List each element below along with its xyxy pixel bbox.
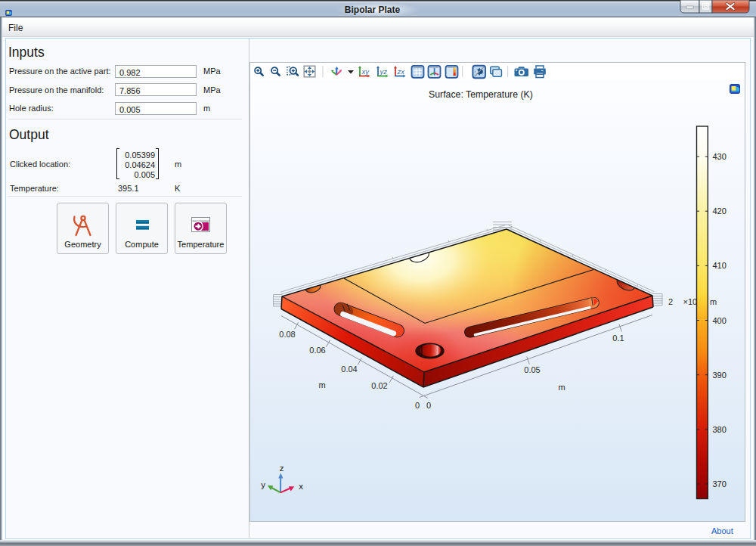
svg-text:x: x — [299, 482, 303, 491]
svg-text:420: 420 — [713, 206, 727, 216]
svg-text:m: m — [710, 297, 717, 306]
svg-text:0.02: 0.02 — [371, 381, 387, 390]
svg-text:×10: ×10 — [683, 297, 698, 306]
svg-text:z: z — [280, 464, 284, 473]
svg-text:zx: zx — [397, 67, 406, 76]
svg-text:410: 410 — [713, 261, 727, 270]
svg-text:2: 2 — [668, 297, 673, 306]
svg-text:370: 370 — [713, 479, 727, 489]
svg-text:y: y — [261, 480, 265, 489]
svg-text:380: 380 — [713, 425, 727, 434]
svg-text:yz: yz — [380, 67, 388, 76]
svg-text:0.06: 0.06 — [309, 346, 325, 355]
svg-text:Surface: Temperature (K): Surface: Temperature (K) — [429, 89, 533, 100]
svg-text:430: 430 — [713, 152, 727, 161]
svg-text:390: 390 — [713, 371, 727, 380]
svg-text:0.1: 0.1 — [612, 333, 624, 343]
svg-text:0.08: 0.08 — [279, 330, 295, 339]
svg-text:0.04: 0.04 — [341, 365, 357, 374]
svg-text:xy: xy — [361, 67, 370, 76]
svg-text:0.05: 0.05 — [524, 365, 540, 374]
svg-text:400: 400 — [713, 316, 727, 325]
svg-text:0: 0 — [426, 401, 431, 410]
svg-text:m: m — [558, 383, 565, 392]
svg-text:m: m — [318, 380, 325, 389]
svg-text:0: 0 — [415, 401, 420, 410]
